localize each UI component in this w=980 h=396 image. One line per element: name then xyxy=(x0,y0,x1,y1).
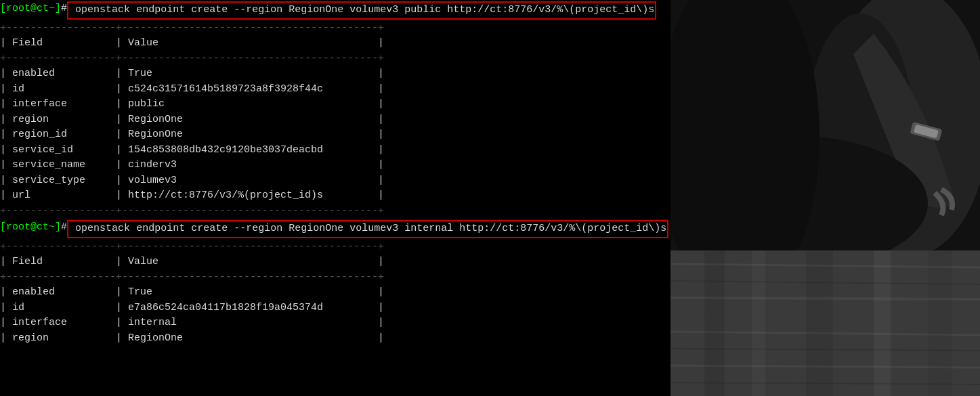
divider-1a: +------------------+--------------------… xyxy=(0,21,670,37)
texture-pattern xyxy=(670,250,980,396)
svg-rect-19 xyxy=(874,250,891,396)
prompt-host-2: ct xyxy=(37,220,49,236)
table-header-2: | Field | Value | xyxy=(0,255,670,270)
svg-rect-20 xyxy=(928,250,952,396)
command-text-2: openstack endpoint create --region Regio… xyxy=(67,220,668,238)
prompt-host-1: ct xyxy=(37,1,49,17)
svg-rect-17 xyxy=(752,250,765,396)
prompt-user-2: root xyxy=(6,220,30,236)
row-service-name-1: | service_name | cinderv3 | xyxy=(0,158,670,173)
row-service-type-1: | service_type | volumev3 | xyxy=(0,173,670,189)
row-service-id-1: | service_id | 154c853808db432c9120be303… xyxy=(0,143,670,158)
command-line-1: [root@ct ~] # openstack endpoint create … xyxy=(0,0,670,21)
prompt-bracket-1: [ xyxy=(0,1,6,17)
row-enabled-1: | enabled | True | xyxy=(0,66,670,82)
svg-rect-18 xyxy=(806,250,833,396)
prompt-at-2: @ xyxy=(30,220,37,236)
row-interface-1: | interface | public | xyxy=(0,97,670,112)
divider-1b: +------------------+--------------------… xyxy=(0,51,670,67)
prompt-bracket-close-1: ] xyxy=(55,1,61,17)
prompt-at-1: @ xyxy=(30,1,37,17)
image-top xyxy=(670,0,980,250)
row-id-1: | id | c524c31571614b5189723a8f3928f44c … xyxy=(0,82,670,97)
divider-2b: +------------------+--------------------… xyxy=(0,270,670,286)
prompt-bracket-2: [ xyxy=(0,220,6,236)
right-panel xyxy=(670,0,980,396)
table-header-1: | Field | Value | xyxy=(0,36,670,51)
row-region-2: | region | RegionOne | xyxy=(0,331,670,347)
prompt-hash-2: # xyxy=(61,220,67,236)
prompt-tilde-1: ~ xyxy=(49,1,55,17)
row-region-1: | region | RegionOne | xyxy=(0,112,670,128)
command-text-1: openstack endpoint create --region Regio… xyxy=(67,1,656,20)
person-silhouette xyxy=(670,0,980,250)
command-line-2: [root@ct ~] # openstack endpoint create … xyxy=(0,219,670,240)
divider-2a: +------------------+--------------------… xyxy=(0,240,670,255)
prompt-tilde-2: ~ xyxy=(49,220,55,236)
row-region-id-1: | region_id | RegionOne | xyxy=(0,127,670,143)
prompt-hash-1: # xyxy=(61,1,67,17)
row-enabled-2: | enabled | True | xyxy=(0,285,670,301)
terminal-panel: [root@ct ~] # openstack endpoint create … xyxy=(0,0,670,396)
prompt-user-1: root xyxy=(6,1,30,17)
svg-point-6 xyxy=(670,0,819,250)
row-interface-2: | interface | internal | xyxy=(0,315,670,331)
image-bottom xyxy=(670,250,980,396)
prompt-bracket-close-2: ] xyxy=(55,220,61,236)
svg-rect-16 xyxy=(704,250,725,396)
row-url-1: | url | http://ct:8776/v3/%(project_id)s… xyxy=(0,188,670,204)
divider-1c: +------------------+--------------------… xyxy=(0,204,670,219)
row-id-2: | id | e7a86c524ca04117b1828f19a045374d … xyxy=(0,301,670,316)
